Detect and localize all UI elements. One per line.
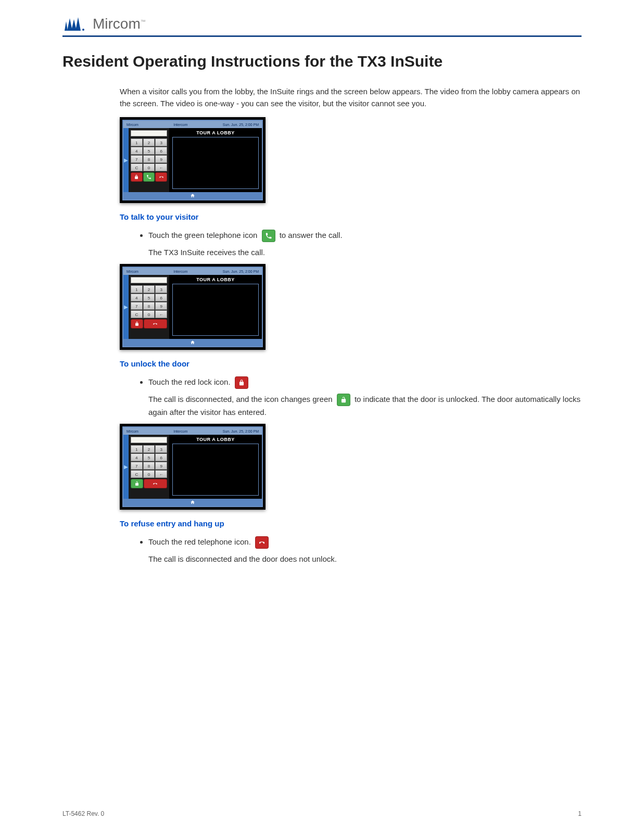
page-title: Resident Operating Instructions for the … xyxy=(62,53,582,70)
side-chevron-icon[interactable]: ▶ xyxy=(123,435,129,499)
hangup-button[interactable] xyxy=(155,172,167,182)
hangup-button[interactable] xyxy=(144,319,167,329)
phone-hangup-icon xyxy=(255,536,269,549)
keypad-display[interactable] xyxy=(131,437,167,443)
lock-button[interactable] xyxy=(131,319,143,329)
unlock-button[interactable] xyxy=(131,479,143,488)
device-screenshot-answered: Mircom Intercom Sun. Jun. 25, 2:00 PM ▶ … xyxy=(120,264,266,350)
phone-answer-icon xyxy=(262,230,275,242)
section-title-talk: To talk to your visitor xyxy=(120,212,582,221)
sub-refuse: The call is disconnected and the door do… xyxy=(148,553,582,565)
side-chevron-icon[interactable]: ▶ xyxy=(123,275,129,339)
device-home-bar[interactable] xyxy=(123,192,262,199)
key-0[interactable]: 0 xyxy=(143,163,155,171)
key-9[interactable]: 9 xyxy=(155,155,167,163)
keypad-display[interactable] xyxy=(131,277,167,283)
key-4[interactable]: 4 xyxy=(131,147,143,155)
device-screenshot-unlocked: Mircom Intercom Sun. Jun. 25, 2:00 PM ▶ … xyxy=(120,424,266,510)
bullet-refuse: Touch the red telephone icon. xyxy=(148,536,582,549)
key-5[interactable]: 5 xyxy=(143,147,155,155)
brand-header: Mircom™ xyxy=(62,16,582,37)
home-icon xyxy=(190,340,195,345)
page-number: 1 xyxy=(578,810,582,817)
lock-button[interactable] xyxy=(131,172,143,182)
brand-name: Mircom™ xyxy=(93,16,146,32)
home-icon xyxy=(190,500,195,505)
sub-unlock: The call is disconnected, and the icon c… xyxy=(148,393,582,419)
section-title-unlock: To unlock the door xyxy=(120,359,582,368)
answer-button[interactable] xyxy=(143,172,155,182)
hangup-button[interactable] xyxy=(144,479,167,488)
svg-point-0 xyxy=(82,29,84,31)
section-title-refuse: To refuse entry and hang up xyxy=(120,519,582,528)
sub-talk: The TX3 InSuite receives the call. xyxy=(148,246,582,259)
video-frame xyxy=(172,137,259,189)
video-title: TOUR A LOBBY xyxy=(172,130,259,137)
key-3[interactable]: 3 xyxy=(155,138,167,146)
device-screenshot-ringing: Mircom Intercom Sun. Jun. 25, 2:00 PM ▶ … xyxy=(120,117,266,203)
key-7[interactable]: 7 xyxy=(131,155,143,163)
bullet-talk: Touch the green telephone icon to answer… xyxy=(148,229,582,242)
keypad-display[interactable] xyxy=(131,130,167,136)
home-icon xyxy=(190,193,195,198)
keypad[interactable]: 1 2 3 4 5 6 7 8 9 C 0 ← xyxy=(131,138,167,171)
key-2[interactable]: 2 xyxy=(143,138,155,146)
key-back[interactable]: ← xyxy=(155,163,167,171)
doc-number: LT-5462 Rev. 0 xyxy=(62,810,104,817)
mircom-logo-icon xyxy=(62,16,89,32)
key-6[interactable]: 6 xyxy=(155,147,167,155)
key-c[interactable]: C xyxy=(131,163,143,171)
lock-icon xyxy=(235,376,248,389)
key-1[interactable]: 1 xyxy=(131,138,143,146)
intro-paragraph: When a visitor calls you from the lobby,… xyxy=(120,86,582,109)
side-chevron-icon[interactable]: ▶ xyxy=(123,128,129,192)
unlock-icon xyxy=(337,394,350,406)
key-8[interactable]: 8 xyxy=(143,155,155,163)
device-header: Mircom Intercom Sun. Jun. 25, 2:00 PM xyxy=(123,121,262,128)
page-footer: LT-5462 Rev. 0 1 xyxy=(62,810,582,817)
bullet-unlock: Touch the red lock icon. xyxy=(148,376,582,389)
